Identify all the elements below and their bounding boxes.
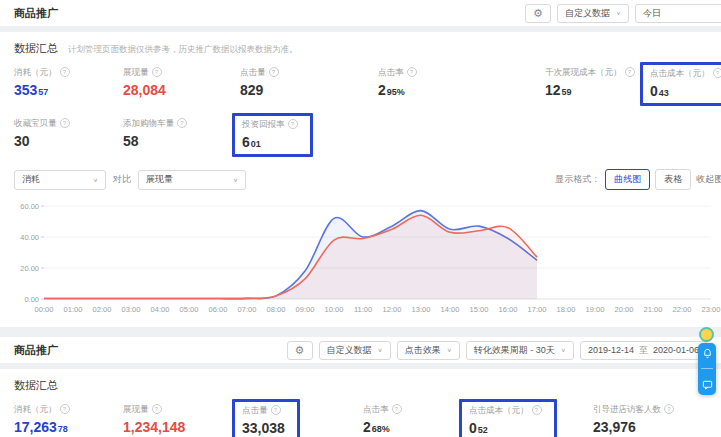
help-icon[interactable] bbox=[152, 404, 162, 414]
help-icon[interactable] bbox=[407, 67, 417, 77]
svg-text:0.00: 0.00 bbox=[24, 295, 39, 304]
svg-text:12:00: 12:00 bbox=[383, 305, 402, 314]
svg-text:05:00: 05:00 bbox=[180, 305, 199, 314]
svg-text:14:00: 14:00 bbox=[441, 305, 460, 314]
help-icon[interactable] bbox=[532, 405, 542, 415]
metric-引导进店访客人数: 引导进店访客人数23,976 bbox=[593, 404, 707, 437]
help-icon[interactable] bbox=[269, 67, 279, 77]
metric-添加购物车量: 添加购物车量58 bbox=[123, 118, 240, 157]
metric-label: 点击成本（元） bbox=[650, 68, 721, 80]
panel-product-promotion-2: 商品推广 自定义数据 点击效果 转化效果周期 - 30天 2019-12-14 bbox=[0, 337, 721, 437]
format-curve-button[interactable]: 曲线图 bbox=[605, 169, 650, 190]
panel1-metrics: 消耗（元）35357展现量28,084点击量829点击率295%千次展现成本（元… bbox=[14, 67, 707, 157]
metric-label: 消耗（元） bbox=[14, 67, 70, 79]
metric-展现量: 展现量1,234,148 bbox=[123, 404, 240, 437]
panel2-body: 数据汇总 消耗（元）17,26378展现量1,234,148点击量33,038点… bbox=[0, 369, 721, 437]
svg-text:40.00: 40.00 bbox=[20, 233, 39, 242]
highlight-box: 投资回报率601 bbox=[232, 113, 313, 157]
help-icon[interactable] bbox=[152, 67, 162, 77]
svg-text:21:00: 21:00 bbox=[644, 305, 663, 314]
compare-select[interactable]: 展现量 bbox=[138, 170, 246, 190]
date-range-separator: 至 bbox=[639, 344, 648, 357]
svg-text:16:00: 16:00 bbox=[499, 305, 518, 314]
svg-text:01:00: 01:00 bbox=[64, 305, 83, 314]
date-picker-today[interactable]: 今日 bbox=[635, 4, 721, 23]
panel2-header: 商品推广 自定义数据 点击效果 转化效果周期 - 30天 2019-12-14 bbox=[0, 337, 721, 364]
metric-value: 1,234,148 bbox=[123, 419, 185, 435]
help-icon[interactable] bbox=[177, 118, 187, 128]
summary-title: 数据汇总 bbox=[14, 41, 58, 56]
assistant-avatar[interactable] bbox=[699, 327, 714, 342]
highlight-box: 点击成本（元）043 bbox=[640, 62, 721, 106]
chat-icon[interactable] bbox=[702, 379, 713, 390]
help-icon[interactable] bbox=[625, 67, 635, 77]
chevron-down-icon bbox=[378, 347, 383, 353]
highlight-box: 点击量33,038 bbox=[232, 399, 300, 437]
panel1-header: 商品推广 自定义数据 今日 bbox=[0, 0, 721, 27]
help-icon[interactable] bbox=[288, 119, 298, 129]
settings-button[interactable] bbox=[525, 4, 551, 23]
metric-select[interactable]: 消耗 bbox=[14, 170, 106, 190]
settings-button[interactable] bbox=[287, 341, 313, 360]
chevron-down-icon bbox=[447, 347, 452, 353]
custom-data-select[interactable]: 自定义数据 bbox=[319, 341, 391, 360]
metric-点击成本（元）: 点击成本（元）043 bbox=[648, 67, 721, 106]
svg-text:23:00: 23:00 bbox=[702, 305, 721, 314]
conversion-cycle-select[interactable]: 转化效果周期 - 30天 bbox=[466, 341, 574, 360]
metric-投资回报率: 投资回报率601 bbox=[240, 118, 707, 157]
panel1-summary-header: 数据汇总 计划管理页面数据仅供参考，历史推广数据以报表数据为准。 bbox=[14, 41, 707, 56]
svg-text:15:00: 15:00 bbox=[470, 305, 489, 314]
metric-点击量: 点击量33,038 bbox=[240, 404, 363, 437]
summary-title: 数据汇总 bbox=[14, 378, 58, 393]
metric-label: 展现量 bbox=[123, 67, 166, 79]
trend-chart-svg: 0.0020.0040.0060.0000:0001:0002:0003:000… bbox=[14, 195, 721, 323]
metric-label: 添加购物车量 bbox=[123, 118, 187, 130]
help-icon[interactable] bbox=[60, 404, 70, 414]
metric-value: 23,976 bbox=[593, 419, 674, 435]
date-range-picker[interactable]: 2019-12-14 至 2020-01-06 bbox=[580, 341, 707, 360]
help-icon[interactable] bbox=[60, 118, 70, 128]
metric-value: 30 bbox=[14, 133, 70, 149]
ad-dashboard: 商品推广 自定义数据 今日 数据汇总 计划管理页面数据仅供参考，历史推广数据以报… bbox=[0, 0, 721, 437]
metric-value: 052 bbox=[469, 420, 542, 436]
metric-展现量: 展现量28,084 bbox=[123, 67, 240, 106]
svg-text:19:00: 19:00 bbox=[586, 305, 605, 314]
panel1-chart-controls: 消耗 对比 展现量 显示格式： 曲线图 表格 收起图表 bbox=[14, 169, 707, 190]
metric-千次展现成本（元）: 千次展现成本（元）1259 bbox=[545, 67, 648, 106]
svg-text:17:00: 17:00 bbox=[528, 305, 547, 314]
panel-product-promotion-1: 商品推广 自定义数据 今日 数据汇总 计划管理页面数据仅供参考，历史推广数据以报… bbox=[0, 0, 721, 327]
svg-text:60.00: 60.00 bbox=[20, 202, 39, 211]
notification-icon[interactable] bbox=[702, 348, 713, 359]
help-icon[interactable] bbox=[392, 404, 402, 414]
metric-label: 千次展现成本（元） bbox=[545, 67, 635, 79]
metric-value: 268% bbox=[363, 419, 402, 435]
help-icon[interactable] bbox=[713, 68, 721, 78]
panel1-toolbar: 自定义数据 今日 bbox=[525, 4, 721, 23]
metric-value: 043 bbox=[650, 83, 721, 99]
svg-text:18:00: 18:00 bbox=[557, 305, 576, 314]
metric-label: 投资回报率 bbox=[242, 119, 298, 131]
panel2-toolbar: 自定义数据 点击效果 转化效果周期 - 30天 2019-12-14 至 202… bbox=[287, 341, 707, 360]
metric-label: 点击成本（元） bbox=[469, 405, 542, 417]
metric-收藏宝贝量: 收藏宝贝量30 bbox=[14, 118, 123, 157]
svg-text:06:00: 06:00 bbox=[209, 305, 228, 314]
display-format-group: 显示格式： 曲线图 表格 收起图表 bbox=[555, 169, 721, 190]
custom-data-select[interactable]: 自定义数据 bbox=[557, 4, 629, 23]
help-icon[interactable] bbox=[271, 405, 281, 415]
metric-点击成本（元）: 点击成本（元）052 bbox=[467, 404, 593, 437]
svg-text:13:00: 13:00 bbox=[412, 305, 431, 314]
click-effect-select[interactable]: 点击效果 bbox=[397, 341, 460, 360]
chevron-down-icon bbox=[561, 347, 566, 353]
svg-text:04:00: 04:00 bbox=[151, 305, 170, 314]
svg-text:08:00: 08:00 bbox=[267, 305, 286, 314]
help-icon[interactable] bbox=[664, 404, 674, 414]
metric-label: 收藏宝贝量 bbox=[14, 118, 70, 130]
panel2-metrics: 消耗（元）17,26378展现量1,234,148点击量33,038点击率268… bbox=[14, 404, 707, 437]
collapse-chart-link[interactable]: 收起图表 bbox=[696, 173, 721, 186]
metric-点击率: 点击率268% bbox=[363, 404, 467, 437]
help-icon[interactable] bbox=[60, 67, 70, 77]
chevron-down-icon bbox=[616, 10, 621, 16]
metrics-row: 收藏宝贝量30添加购物车量58投资回报率601 bbox=[14, 118, 707, 157]
format-table-button[interactable]: 表格 bbox=[655, 169, 691, 190]
metric-点击量: 点击量829 bbox=[240, 67, 378, 106]
